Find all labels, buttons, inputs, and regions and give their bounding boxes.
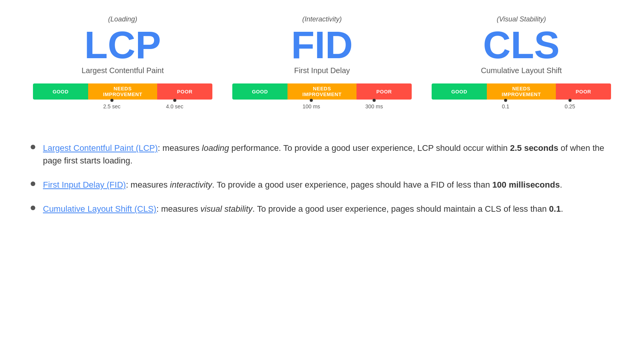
fid-good-segment: GOOD: [232, 83, 288, 100]
bullet-fid-dot: [31, 181, 35, 186]
lcp-acronym: LCP: [84, 26, 161, 64]
bullet-lcp-text: Largest Contentful Paint (LCP): measures…: [43, 142, 621, 167]
bullet-cls-dot: [31, 206, 35, 210]
cls-acronym: CLS: [483, 26, 560, 64]
cls-tick2: 0.25: [565, 100, 575, 109]
fid-tick2: 300 ms: [365, 100, 383, 109]
lcp-tick1-dot: [110, 99, 113, 102]
cls-needs-segment: NEEDSIMPROVEMENT: [487, 83, 556, 100]
bullet-lcp: Largest Contentful Paint (LCP): measures…: [31, 142, 621, 167]
cls-tick1-dot: [504, 99, 507, 102]
fid-name: First Input Delay: [294, 66, 350, 75]
fid-poor-segment: POOR: [356, 83, 412, 100]
fid-bar: GOOD NEEDSIMPROVEMENT POOR: [232, 83, 412, 100]
cls-subtitle: (Visual Stability): [497, 15, 546, 23]
bullet-lcp-link[interactable]: Largest Contentful Paint (LCP): [43, 143, 158, 153]
bullet-cls: Cumulative Layout Shift (CLS): measures …: [31, 203, 621, 215]
lcp-good-segment: GOOD: [33, 83, 88, 100]
cls-tick2-label: 0.25: [565, 103, 575, 109]
bullet-list: Largest Contentful Paint (LCP): measures…: [23, 142, 621, 215]
fid-tick2-label: 300 ms: [365, 103, 383, 109]
bullet-lcp-dot: [31, 145, 35, 149]
metric-fid: (Interactivity) FID First Input Delay GO…: [232, 15, 412, 123]
fid-ticks: 100 ms 300 ms: [232, 100, 412, 111]
cls-poor-segment: POOR: [556, 83, 611, 100]
fid-subtitle: (Interactivity): [302, 15, 342, 23]
lcp-tick1-label: 2.5 sec: [103, 103, 120, 109]
fid-needs-segment: NEEDSIMPROVEMENT: [288, 83, 356, 100]
lcp-bar-container: GOOD NEEDSIMPROVEMENT POOR 2.5 sec 4.0 s…: [33, 83, 212, 111]
metric-cls: (Visual Stability) CLS Cumulative Layout…: [432, 15, 611, 123]
fid-bar-container: GOOD NEEDSIMPROVEMENT POOR 100 ms 300 ms: [232, 83, 412, 111]
fid-tick1-label: 100 ms: [302, 103, 320, 109]
bullet-fid-link[interactable]: First Input Delay (FID): [43, 180, 126, 190]
bullet-cls-text: Cumulative Layout Shift (CLS): measures …: [43, 203, 621, 215]
cls-tick2-dot: [568, 99, 572, 102]
cls-bar-container: GOOD NEEDSIMPROVEMENT POOR 0.1 0.25: [432, 83, 611, 111]
lcp-needs-segment: NEEDSIMPROVEMENT: [88, 83, 157, 100]
fid-tick1-dot: [310, 99, 313, 102]
metrics-row: (Loading) LCP Largest Contentful Paint G…: [23, 15, 621, 123]
fid-acronym: FID: [291, 26, 353, 64]
lcp-tick1: 2.5 sec: [103, 100, 120, 109]
fid-tick2-dot: [373, 99, 376, 102]
lcp-ticks: 2.5 sec 4.0 sec: [33, 100, 212, 111]
bullet-fid: First Input Delay (FID): measures intera…: [31, 178, 621, 191]
lcp-tick2-label: 4.0 sec: [166, 103, 183, 109]
cls-tick1: 0.1: [502, 100, 509, 109]
bullet-fid-text: First Input Delay (FID): measures intera…: [43, 178, 621, 191]
metric-lcp: (Loading) LCP Largest Contentful Paint G…: [33, 15, 212, 123]
cls-ticks: 0.1 0.25: [432, 100, 611, 111]
lcp-bar: GOOD NEEDSIMPROVEMENT POOR: [33, 83, 212, 100]
fid-tick1: 100 ms: [302, 100, 320, 109]
lcp-tick2: 4.0 sec: [166, 100, 183, 109]
lcp-tick2-dot: [173, 99, 176, 102]
lcp-name: Largest Contentful Paint: [82, 66, 164, 75]
cls-tick1-label: 0.1: [502, 103, 509, 109]
cls-good-segment: GOOD: [432, 83, 487, 100]
lcp-poor-segment: POOR: [157, 83, 212, 100]
cls-bar: GOOD NEEDSIMPROVEMENT POOR: [432, 83, 611, 100]
cls-name: Cumulative Layout Shift: [481, 66, 562, 75]
lcp-subtitle: (Loading): [108, 15, 137, 23]
bullet-cls-link[interactable]: Cumulative Layout Shift (CLS): [43, 204, 156, 214]
